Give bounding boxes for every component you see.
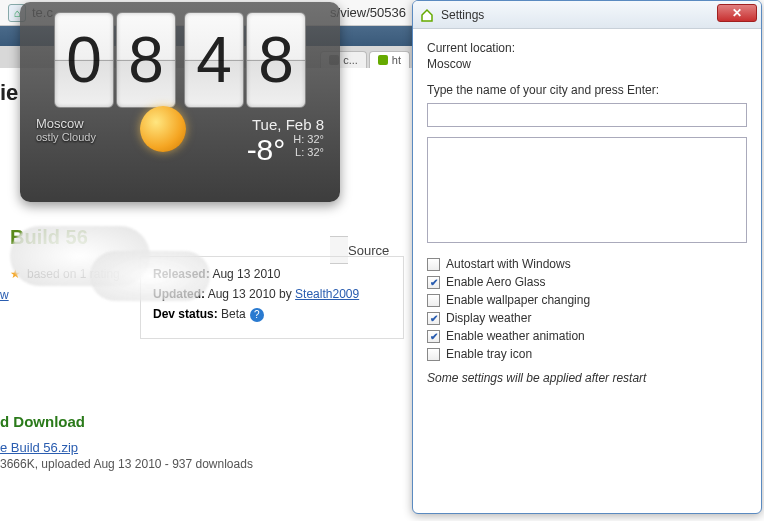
close-button[interactable]: ✕ bbox=[717, 4, 757, 22]
checkbox-row[interactable]: Enable tray icon bbox=[427, 347, 747, 361]
checkbox-label: Enable wallpaper changing bbox=[446, 293, 590, 307]
checkbox[interactable] bbox=[427, 276, 440, 289]
checkbox-label: Autostart with Windows bbox=[446, 257, 571, 271]
minute-digit: 8 bbox=[246, 12, 306, 108]
checkbox[interactable] bbox=[427, 258, 440, 271]
weather-location: Moscow ostly Cloudy bbox=[36, 116, 96, 167]
cloud-icon bbox=[90, 251, 210, 301]
checkbox-label: Enable Aero Glass bbox=[446, 275, 545, 289]
settings-icon bbox=[419, 7, 435, 23]
titlebar[interactable]: Settings ✕ bbox=[413, 1, 761, 29]
checkbox[interactable] bbox=[427, 312, 440, 325]
favicon-icon bbox=[378, 55, 388, 65]
clock-weather-widget[interactable]: 0 8 4 8 Moscow ostly Cloudy Tue, Feb 8 -… bbox=[20, 2, 340, 202]
released-value: Aug 13 2010 bbox=[212, 267, 280, 281]
checkbox[interactable] bbox=[427, 348, 440, 361]
updated-value: Aug 13 2010 by bbox=[208, 287, 292, 301]
browser-tab-active[interactable]: ht bbox=[369, 51, 410, 68]
restart-note: Some settings will be applied after rest… bbox=[427, 371, 747, 385]
hour-digit: 0 bbox=[54, 12, 114, 108]
checkbox[interactable] bbox=[427, 294, 440, 307]
input-hint: Type the name of your city and press Ent… bbox=[427, 83, 747, 97]
rating-link[interactable]: w bbox=[0, 288, 9, 302]
flip-clock: 0 8 4 8 bbox=[30, 12, 330, 108]
devstatus-value: Beta bbox=[221, 307, 246, 321]
checkbox-group: Autostart with WindowsEnable Aero GlassE… bbox=[427, 257, 747, 361]
checkbox-row[interactable]: Display weather bbox=[427, 311, 747, 325]
minute-digit: 4 bbox=[184, 12, 244, 108]
location-value: Moscow bbox=[427, 57, 747, 71]
tab-label: c... bbox=[343, 54, 358, 66]
checkbox-row[interactable]: Enable wallpaper changing bbox=[427, 293, 747, 307]
download-link[interactable]: e Build 56.zip bbox=[0, 440, 78, 455]
weather-right: Tue, Feb 8 -8° H: 32° L: 32° bbox=[247, 116, 324, 167]
url-text-right: s/view/50536 bbox=[330, 5, 406, 20]
city-listbox[interactable] bbox=[427, 137, 747, 243]
date: Tue, Feb 8 bbox=[247, 116, 324, 133]
help-icon[interactable]: ? bbox=[250, 308, 264, 322]
settings-body: Current location: Moscow Type the name o… bbox=[413, 29, 761, 397]
checkbox-label: Enable weather animation bbox=[446, 329, 585, 343]
checkbox-row[interactable]: Autostart with Windows bbox=[427, 257, 747, 271]
checkbox-label: Display weather bbox=[446, 311, 531, 325]
city-name: Moscow bbox=[36, 116, 96, 131]
devstatus-label: Dev status: bbox=[153, 307, 218, 321]
checkbox-label: Enable tray icon bbox=[446, 347, 532, 361]
hi-lo: H: 32° L: 32° bbox=[293, 133, 324, 159]
city-input[interactable] bbox=[427, 103, 747, 127]
window-title: Settings bbox=[441, 8, 484, 22]
download-heading: d Download bbox=[0, 413, 414, 430]
settings-window: Settings ✕ Current location: Moscow Type… bbox=[412, 0, 762, 514]
checkbox-row[interactable]: Enable Aero Glass bbox=[427, 275, 747, 289]
download-meta: 3666K, uploaded Aug 13 2010 - 937 downlo… bbox=[0, 457, 414, 471]
checkbox[interactable] bbox=[427, 330, 440, 343]
close-icon: ✕ bbox=[732, 6, 742, 20]
checkbox-row[interactable]: Enable weather animation bbox=[427, 329, 747, 343]
tab-label: ht bbox=[392, 54, 401, 66]
condition: ostly Cloudy bbox=[36, 131, 96, 143]
hour-digit: 8 bbox=[116, 12, 176, 108]
sun-icon bbox=[140, 106, 186, 152]
author-link[interactable]: Stealth2009 bbox=[295, 287, 359, 301]
temperature: -8° bbox=[247, 133, 286, 167]
location-label: Current location: bbox=[427, 41, 747, 55]
